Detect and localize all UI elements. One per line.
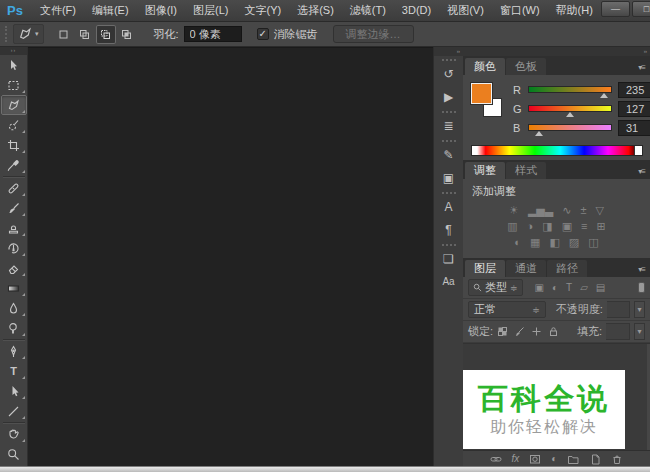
panel-menu-icon[interactable]: ▾≡	[633, 167, 650, 179]
dodge-tool[interactable]	[1, 318, 27, 338]
menu-edit[interactable]: 编辑(E)	[84, 0, 137, 21]
filter-smart-object-icon[interactable]: ▤	[596, 282, 605, 293]
green-slider-thumb[interactable]	[566, 112, 574, 117]
color-lookup-icon[interactable]: ⊞	[597, 220, 606, 232]
menu-window[interactable]: 窗口(W)	[492, 0, 548, 21]
icon-dock-expand-arrow[interactable]: ››	[434, 47, 463, 56]
dock-group-grip[interactable]	[442, 192, 456, 194]
photo-filter-icon[interactable]: ▣	[562, 220, 572, 232]
vibrance-icon[interactable]: ▽	[596, 204, 604, 216]
paragraph-panel-icon[interactable]: ¶	[437, 219, 461, 240]
black-white-icon[interactable]: ◨	[542, 220, 552, 232]
panel-dock-collapse-arrow[interactable]: ››	[463, 47, 650, 56]
new-adjustment-layer-icon[interactable]: ◐	[551, 454, 557, 464]
menu-layer[interactable]: 图层(L)	[185, 0, 236, 21]
maximize-button[interactable]: □	[632, 1, 650, 17]
tab-adjustments[interactable]: 调整	[465, 162, 505, 179]
actions-panel-icon[interactable]: ▶	[437, 86, 461, 107]
blur-tool[interactable]	[1, 298, 27, 318]
dock-group-grip[interactable]	[442, 244, 456, 246]
blend-mode-select[interactable]: 正常 ≑	[468, 301, 546, 318]
tab-color[interactable]: 颜色	[465, 58, 505, 75]
eraser-tool[interactable]	[1, 258, 27, 278]
menu-filter[interactable]: 滤镜(T)	[342, 0, 394, 21]
green-value-field[interactable]: 127	[618, 101, 650, 117]
channel-mixer-icon[interactable]: ≡	[581, 220, 587, 232]
blue-slider[interactable]	[528, 124, 612, 131]
filter-type-layers-icon[interactable]: T	[566, 282, 572, 293]
canvas-area[interactable]	[28, 47, 433, 466]
filter-shape-layers-icon[interactable]: ▱	[580, 282, 588, 293]
threshold-icon[interactable]: ◧	[549, 236, 559, 248]
tab-swatches[interactable]: 色板	[506, 58, 546, 75]
color-balance-icon[interactable]: ◑	[527, 220, 534, 232]
layer-comps-panel-icon[interactable]: ❏	[437, 248, 461, 269]
move-tool[interactable]	[1, 55, 27, 75]
blue-slider-thumb[interactable]	[535, 131, 543, 136]
red-slider-thumb[interactable]	[600, 93, 608, 98]
line-tool[interactable]	[1, 401, 27, 421]
layer-filtering-toggle[interactable]	[638, 282, 645, 293]
selective-color-icon[interactable]: ◫	[588, 236, 598, 248]
dock-group-grip[interactable]	[442, 111, 456, 113]
layer-style-fx-icon[interactable]: fx	[512, 454, 520, 464]
dock-group-grip[interactable]	[442, 140, 456, 142]
exposure-icon[interactable]: ±	[580, 204, 586, 216]
intersect-selection-button[interactable]	[117, 25, 137, 44]
quick-selection-tool[interactable]	[1, 115, 27, 135]
curves-icon[interactable]: ∿	[562, 204, 571, 216]
red-slider[interactable]	[528, 86, 612, 93]
polygonal-lasso-tool[interactable]	[1, 95, 27, 115]
type-tool[interactable]: T	[1, 361, 27, 381]
link-layers-icon[interactable]	[490, 453, 502, 465]
eyedropper-tool[interactable]	[1, 155, 27, 175]
new-layer-icon[interactable]	[589, 453, 601, 465]
refine-edge-button[interactable]: 调整边缘…	[333, 25, 414, 43]
tab-channels[interactable]: 通道	[506, 260, 546, 277]
hue-saturation-icon[interactable]: ▥	[507, 220, 517, 232]
path-selection-tool[interactable]	[1, 381, 27, 401]
opacity-value-field[interactable]	[607, 301, 630, 318]
tool-preset-picker[interactable]: ▾	[13, 24, 44, 44]
crop-tool[interactable]	[1, 135, 27, 155]
lock-all-icon[interactable]	[548, 326, 559, 337]
posterize-icon[interactable]: ▦	[530, 236, 540, 248]
menu-view[interactable]: 视图(V)	[439, 0, 492, 21]
delete-layer-trash-icon[interactable]	[611, 453, 623, 465]
add-layer-mask-icon[interactable]	[529, 453, 541, 465]
menu-select[interactable]: 选择(S)	[289, 0, 342, 21]
rectangular-marquee-tool[interactable]	[1, 75, 27, 95]
lock-pixels-icon[interactable]	[514, 326, 525, 337]
tab-styles[interactable]: 样式	[506, 162, 546, 179]
brightness-contrast-icon[interactable]: ☀	[509, 204, 519, 216]
clone-source-panel-icon[interactable]: ▣	[437, 167, 461, 188]
gradient-map-icon[interactable]: ▨	[569, 236, 579, 248]
add-to-selection-button[interactable]	[75, 25, 95, 44]
layers-list[interactable]: 百科全说 助你轻松解决	[463, 343, 650, 450]
blue-value-field[interactable]: 31	[618, 120, 650, 136]
history-panel-icon[interactable]: ↺	[437, 63, 461, 84]
color-spectrum-ramp[interactable]	[471, 145, 643, 156]
spot-healing-brush-tool[interactable]	[1, 178, 27, 198]
minimize-button[interactable]: —	[601, 1, 630, 17]
feather-input[interactable]	[184, 26, 242, 42]
invert-icon[interactable]: ◐	[514, 236, 521, 248]
properties-panel-icon[interactable]: ≣	[437, 115, 461, 136]
fill-value-field[interactable]	[606, 323, 630, 340]
pen-tool[interactable]	[1, 341, 27, 361]
brush-panel-icon[interactable]: ✎	[437, 144, 461, 165]
opacity-caret-button[interactable]: ▾	[634, 301, 645, 318]
history-brush-tool[interactable]	[1, 238, 27, 258]
levels-icon[interactable]: ▂▅▃	[528, 204, 553, 216]
menu-type[interactable]: 文字(Y)	[236, 0, 289, 21]
menu-file[interactable]: 文件(F)	[32, 0, 84, 21]
zoom-tool[interactable]	[1, 444, 27, 464]
filter-adjustment-layers-icon[interactable]: ◐	[552, 282, 558, 293]
menu-help[interactable]: 帮助(H)	[548, 0, 601, 21]
antialias-checkbox[interactable]: ✓	[257, 28, 269, 40]
new-group-folder-icon[interactable]	[567, 453, 579, 465]
tab-paths[interactable]: 路径	[547, 260, 587, 277]
menu-3d[interactable]: 3D(D)	[394, 0, 439, 21]
clone-stamp-tool[interactable]	[1, 218, 27, 238]
subtract-from-selection-button[interactable]	[96, 25, 116, 44]
